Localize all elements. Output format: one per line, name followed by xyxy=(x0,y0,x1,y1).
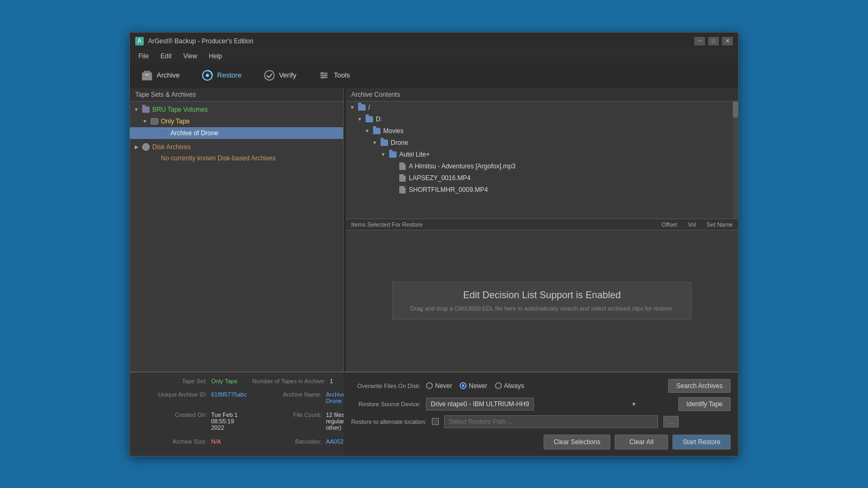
app-icon: A xyxy=(135,37,144,45)
toggle-bru[interactable]: ▼ xyxy=(133,106,140,113)
num-tapes-row: Number of Tapes in Archive: 1 xyxy=(252,378,353,390)
tape-icon xyxy=(150,117,159,126)
restore-content: Edit Decision List Support is Enabled Dr… xyxy=(346,230,738,371)
never-radio-input[interactable] xyxy=(426,382,433,389)
tree-scrollbar[interactable] xyxy=(733,102,738,219)
svg-point-5 xyxy=(265,71,274,80)
tree-item-disk-archives[interactable]: ▶ Disk Archives xyxy=(130,141,343,153)
svg-rect-0 xyxy=(142,73,152,80)
d-label: D: xyxy=(376,115,382,123)
bottom-controls: Overwrite Files On Disk: Never Newer xyxy=(344,372,738,456)
title-bar-left: A ArGest® Backup - Producer's Edition xyxy=(135,37,253,45)
verify-toolbar-button[interactable]: Verify xyxy=(258,67,302,84)
unique-id-label: Unique Archive ID: xyxy=(137,391,207,398)
menu-file[interactable]: File xyxy=(133,51,154,61)
identify-tape-button[interactable]: Identify Tape xyxy=(678,397,731,411)
autel-toggle[interactable]: ▼ xyxy=(380,151,386,158)
svg-rect-1 xyxy=(144,71,150,73)
created-label: Created On: xyxy=(137,412,207,418)
arch-tree-movies[interactable]: ▼ Movies xyxy=(346,125,738,137)
tree-item-bru-tape-volumes[interactable]: ▼ BRU Tape Volumes xyxy=(130,104,343,115)
d-toggle[interactable]: ▼ xyxy=(356,116,363,122)
movies-toggle[interactable]: ▼ xyxy=(364,128,370,134)
unique-id-row: Unique Archive ID: 61f8f5775abc xyxy=(137,391,247,410)
menu-help[interactable]: Help xyxy=(204,51,228,61)
barcodes-label: Barcodes: xyxy=(252,438,322,445)
only-tape-label: Only Tape xyxy=(161,118,190,125)
tools-icon xyxy=(317,69,330,82)
tools-toolbar-button[interactable]: Tools xyxy=(312,67,355,84)
root-toggle[interactable]: ▼ xyxy=(349,104,355,111)
arch-tree-file3[interactable]: ▶ SHORTFILMHR_0009.MP4 xyxy=(346,184,738,196)
drone-label: Drone xyxy=(391,139,408,146)
arch-tree-d[interactable]: ▼ D: xyxy=(346,113,738,125)
restore-source-label: Restore Source Device: xyxy=(351,401,421,407)
clear-selections-button[interactable]: Clear Selections xyxy=(544,435,610,450)
arch-tree-autel[interactable]: ▼ Autel Lite+ xyxy=(346,149,738,160)
restore-source-row: Restore Source Device: Drive ntape0 - IB… xyxy=(351,397,731,411)
restore-source-wrapper: Drive ntape0 - IBM ULTRIUM-HH9 xyxy=(426,398,640,410)
restore-alt-row: Restore to alternate location: … xyxy=(351,415,731,428)
arch-tree-file1[interactable]: ▶ A Himitsu - Adventures [Argofox].mp3 xyxy=(346,160,738,172)
maximize-button[interactable]: □ xyxy=(708,37,719,45)
file1-icon xyxy=(398,162,407,171)
restore-col-offset: Offset xyxy=(662,221,677,228)
newer-label: Newer xyxy=(469,382,487,390)
edl-title: Edit Decision List Support is Enabled xyxy=(404,290,680,301)
tree-item-only-tape[interactable]: ▼ Only Tape xyxy=(130,115,343,127)
arch-tree-root[interactable]: ▼ / xyxy=(346,102,738,113)
never-label: Never xyxy=(435,382,452,390)
start-restore-button[interactable]: Start Restore xyxy=(672,435,731,450)
main-content: Tape Sets & Archives ▼ BRU Tape Volumes … xyxy=(130,88,738,371)
browse-path-button[interactable]: … xyxy=(663,416,679,428)
edl-box: Edit Decision List Support is Enabled Dr… xyxy=(392,282,692,320)
arch-tree-file2[interactable]: ▶ LAPSEZY_0016.MP4 xyxy=(346,172,738,184)
svg-point-9 xyxy=(321,72,323,74)
menu-view[interactable]: View xyxy=(178,51,203,61)
toggle-only-tape[interactable]: ▼ xyxy=(142,118,148,125)
always-radio-input[interactable] xyxy=(495,382,502,389)
never-radio[interactable]: Never xyxy=(426,382,452,390)
menu-edit[interactable]: Edit xyxy=(155,51,177,61)
tape-tree-area: ▼ BRU Tape Volumes ▼ Only Tape ▶ xyxy=(130,102,343,371)
num-tapes-label: Number of Tapes in Archive: xyxy=(252,378,326,384)
main-window: A ArGest® Backup - Producer's Edition ─ … xyxy=(129,32,739,456)
arch-tree-drone[interactable]: ▼ Drone xyxy=(346,137,738,149)
always-radio[interactable]: Always xyxy=(495,382,524,390)
restore-path-input[interactable] xyxy=(444,415,658,428)
file2-icon xyxy=(398,174,407,182)
restore-source-dropdown[interactable]: Drive ntape0 - IBM ULTRIUM-HH9 xyxy=(426,398,534,410)
restore-alt-checkbox[interactable] xyxy=(432,418,439,425)
file3-icon xyxy=(398,185,407,194)
archive-size-label: Archive Size: xyxy=(137,438,207,445)
file1-label: A Himitsu - Adventures [Argofox].mp3 xyxy=(409,162,515,170)
restore-icon xyxy=(201,69,214,82)
drone-toggle[interactable]: ▼ xyxy=(371,140,378,146)
newer-radio[interactable]: Newer xyxy=(460,382,487,390)
newer-radio-input[interactable] xyxy=(460,382,467,389)
close-button[interactable]: ✕ xyxy=(722,37,733,45)
restore-label: Restore xyxy=(217,71,242,79)
archive-icon xyxy=(141,69,153,82)
autel-folder-icon xyxy=(389,150,397,159)
restore-col-set-name: Set Name xyxy=(707,221,733,228)
menu-bar: File Edit View Help xyxy=(130,50,738,63)
overwrite-row: Overwrite Files On Disk: Never Newer xyxy=(351,379,731,393)
tree-item-archive-of-drone[interactable]: ▶ Archive of Drone xyxy=(130,127,343,139)
archive-tree-area: ▼ / ▼ D: ▼ Movies ▼ xyxy=(346,102,738,219)
file2-label: LAPSEZY_0016.MP4 xyxy=(409,174,470,182)
restore-toolbar-button[interactable]: Restore xyxy=(196,67,247,84)
bru-tape-volumes-label: BRU Tape Volumes xyxy=(152,106,208,113)
search-archives-button[interactable]: Search Archives xyxy=(668,379,731,393)
file-count-row: File Count: 12 files (6 regular, 6 other… xyxy=(252,412,353,437)
root-label: / xyxy=(368,104,370,111)
created-value: Tue Feb 1 08:55:19 2022 xyxy=(211,412,247,431)
toggle-disk[interactable]: ▶ xyxy=(133,144,140,150)
restore-col-vol: Vol xyxy=(688,221,696,228)
archive-toolbar-button[interactable]: Archive xyxy=(135,67,185,84)
action-buttons: Clear Selections Clear AlI Start Restore xyxy=(351,435,731,450)
clear-all-button[interactable]: Clear AlI xyxy=(615,435,668,450)
minimize-button[interactable]: ─ xyxy=(694,37,705,45)
restore-panel: Items Selected For Restore Offset Vol Se… xyxy=(346,219,738,371)
created-row: Created On: Tue Feb 1 08:55:19 2022 xyxy=(137,412,247,437)
